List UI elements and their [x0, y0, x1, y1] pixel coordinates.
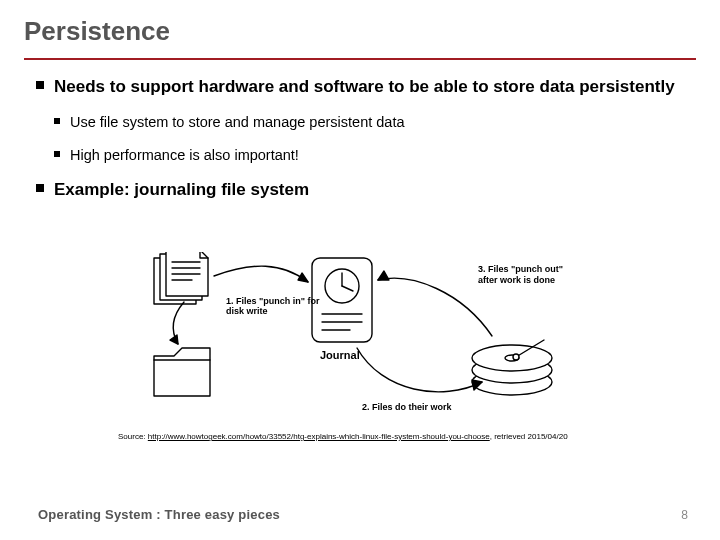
source-citation: Source: http://www.howtogeek.com/howto/3…: [118, 432, 568, 441]
diagram-label-2: 2. Files do their work: [362, 402, 452, 412]
slide: Persistence Needs to support hardware an…: [0, 0, 720, 540]
source-suffix: , retrieved 2015/04/20: [490, 432, 568, 441]
page-number: 8: [681, 508, 688, 522]
arrow-do-work: [357, 348, 482, 392]
diagram-label-3a: 3. Files "punch out": [478, 264, 563, 274]
arrow-to-folder: [170, 302, 184, 344]
folder-icon: [154, 348, 210, 396]
bullet-level2: High performance is also important!: [54, 146, 684, 165]
bullet-level1: Needs to support hardware and software t…: [36, 76, 684, 97]
diagram-label-1: 1. Files "punch in" for disk write: [226, 296, 326, 317]
footer-title: Operating System : Three easy pieces: [38, 507, 280, 522]
source-prefix: Source:: [118, 432, 148, 441]
documents-icon: [154, 252, 208, 304]
page-title: Persistence: [24, 16, 170, 47]
diagram-label-journal: Journal: [320, 349, 360, 362]
source-link[interactable]: http://www.howtogeek.com/howto/33552/htg…: [148, 432, 490, 441]
arrow-punch-in: [214, 266, 308, 282]
diagram-label-3b: after work is done: [478, 275, 555, 285]
disk-icon: [472, 340, 552, 395]
content-area: Needs to support hardware and software t…: [36, 76, 684, 210]
title-rule: [24, 58, 696, 60]
bullet-level1: Example: journaling file system: [36, 179, 684, 200]
arrow-punch-out: [378, 271, 492, 336]
svg-point-15: [513, 354, 519, 360]
journaling-diagram: 1. Files "punch in" for disk write Journ…: [152, 252, 582, 422]
bullet-level2: Use file system to store and manage pers…: [54, 113, 684, 132]
